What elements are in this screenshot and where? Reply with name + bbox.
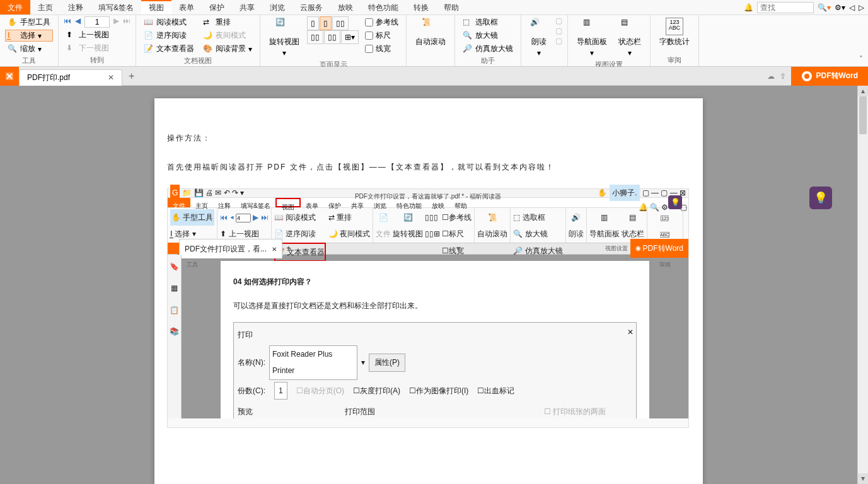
scroll-down-icon[interactable]: ▾ [858, 473, 868, 484]
book-icon: 📖 [144, 18, 154, 28]
layout-cover-icon[interactable]: ▯▯ [324, 30, 340, 44]
reflow-button[interactable]: ⇄重排 [200, 16, 255, 28]
embedded-screenshot: G 📁 💾 🖨 ✉ ↶ ↷ ▾ PDF文件打印设置，看这篇就够了.pdf * -… [167, 188, 689, 428]
document-canvas[interactable]: 操作方法： 首先使用福昕阅读器打开 PDF 文件，点击【视图】——【文本查看器】… [0, 86, 857, 484]
reflow-icon: ⇄ [203, 18, 213, 28]
menu-share[interactable]: 共享 [232, 0, 262, 14]
linewidth-checkbox[interactable]: 线宽 [362, 43, 401, 55]
autoscroll-button[interactable]: 📜自动滚动 [412, 16, 449, 49]
document-tab[interactable]: PDF打印.pdf ✕ [19, 69, 122, 86]
guides-checkbox[interactable]: 参考线 [362, 16, 401, 28]
status-bar-button[interactable]: ▤状态栏▾ [615, 16, 645, 59]
hand-tool-button[interactable]: ✋手型工具 [5, 16, 53, 28]
select-tool-button[interactable]: I̲选择 ▾ [5, 30, 53, 42]
ribbon-group-autoscroll: 📜自动滚动 [407, 15, 455, 66]
nav-panel-icon: ▥ [583, 18, 601, 35]
layout-single-icon[interactable]: ▯ [307, 16, 319, 30]
prev-view-icon: ⬆ [66, 30, 76, 40]
document-page: 操作方法： 首先使用福昕阅读器打开 PDF 文件，点击【视图】——【文本查看器】… [154, 98, 703, 484]
reading-mode-button[interactable]: 📖阅读模式 [141, 16, 197, 28]
collapse-ribbon-icon[interactable]: ˄ [859, 55, 863, 64]
search-input[interactable] [757, 2, 814, 13]
hand-icon: ✋ [8, 18, 18, 28]
menubar: 文件 主页 注释 填写&签名 视图 表单 保护 共享 浏览 云服务 放映 特色功… [0, 0, 868, 15]
gear-icon[interactable]: ⚙▾ [835, 3, 845, 12]
ribbon-group-tools: ✋手型工具 I̲选择 ▾ 🔍缩放 ▾ 工具 [0, 15, 59, 66]
text-icon: 📝 [144, 44, 154, 54]
magnifier-button[interactable]: 🔍放大镜 [460, 30, 516, 42]
wordcount-icon: 123 ABC [666, 18, 683, 35]
document-area: 操作方法： 首先使用福昕阅读器打开 PDF 文件，点击【视图】——【文本查看器】… [0, 86, 868, 484]
menu-protect[interactable]: 保护 [202, 0, 232, 14]
document-tab-label: PDF打印.pdf [27, 72, 70, 83]
menu-browse[interactable]: 浏览 [262, 0, 292, 14]
menu-slideshow[interactable]: 放映 [330, 0, 361, 14]
ruler-checkbox[interactable]: 标尺 [362, 30, 401, 42]
vertical-scrollbar[interactable]: ▴ ▾ [857, 86, 868, 484]
rotate-view-button[interactable]: 🔄旋转视图▾ [265, 16, 303, 59]
menu-help[interactable]: 帮助 [436, 0, 466, 14]
nav-prev-icon[interactable]: ◁ [849, 3, 855, 12]
loupe-icon: 🔎 [463, 44, 473, 54]
ribbon-group-pagedisplay: 🔄旋转视图▾ ▯ ▯ ▯▯ ▯▯ ▯▯ ⊞▾ 参考线 标尺 线宽 页面显示 [260, 15, 407, 66]
emb-hand-small-icon: ✋ [598, 185, 607, 201]
emb-menu-file: 文件 [168, 198, 190, 207]
menu-form[interactable]: 表单 [171, 0, 202, 14]
nav-panel-button[interactable]: ▥导航面板▾ [573, 16, 611, 59]
app-icon [0, 67, 19, 86]
prev-page-icon[interactable]: ◀ [75, 16, 81, 28]
layout-cont-icon[interactable]: ▯ [320, 16, 332, 30]
tip-bulb-icon[interactable]: 💡 [809, 187, 832, 209]
emb-menu-view-highlighted: 视图 [275, 198, 301, 207]
zoom-icon: 🔍 [8, 44, 18, 54]
loupe-button[interactable]: 🔎仿真放大镜 [460, 43, 516, 55]
page-number-input[interactable] [84, 16, 110, 28]
bell-icon[interactable]: 🔔 [744, 3, 753, 12]
read-bg-button[interactable]: 🎨阅读背景 ▾ [200, 43, 255, 55]
bg-icon: 🎨 [203, 44, 213, 54]
wordcount-button[interactable]: 123 ABC 字数统计 [656, 16, 693, 49]
ribbon: ✋手型工具 I̲选择 ▾ 🔍缩放 ▾ 工具 ⏮ ◀ ▶ ⏭ ⬆上一视图 ⬇下一视… [0, 15, 868, 67]
zoom-tool-button[interactable]: 🔍缩放 ▾ [5, 43, 53, 55]
pdf-to-word-button[interactable]: PDF转Word [791, 67, 868, 86]
scroll-up-icon[interactable]: ▴ [858, 86, 868, 96]
read-aloud-button[interactable]: 🔊朗读▾ [526, 16, 552, 59]
next-page-icon[interactable]: ▶ [113, 16, 119, 28]
first-page-icon[interactable]: ⏮ [64, 16, 71, 28]
emb-bookmark-icon: 🔖 [170, 258, 179, 275]
night-mode-button[interactable]: 🌙夜间模式 [200, 30, 255, 42]
reverse-read-button[interactable]: 📄逆序阅读 [141, 30, 197, 42]
next-view-button[interactable]: ⬇下一视图 [64, 42, 130, 54]
group-label-goto: 转到 [64, 54, 130, 66]
read-opt3-icon: ▢ [555, 37, 562, 45]
layout-contfacing-icon[interactable]: ▯▯ [307, 30, 323, 44]
menu-view[interactable]: 视图 [141, 0, 171, 14]
last-page-icon[interactable]: ⏭ [123, 16, 130, 28]
text-viewer-button[interactable]: 📝文本查看器 [141, 43, 197, 55]
new-tab-button[interactable]: + [129, 71, 134, 82]
menu-feature[interactable]: 特色功能 [361, 0, 406, 14]
scroll-thumb[interactable] [859, 96, 867, 134]
layout-facing-icon[interactable]: ▯▯ [332, 16, 349, 30]
group-label-review: 审阅 [656, 54, 693, 66]
prev-view-button[interactable]: ⬆上一视图 [64, 29, 130, 41]
close-tab-icon[interactable]: ✕ [108, 73, 114, 82]
tabbar: PDF打印.pdf ✕ + ☁ ⇪ PDF转Word [0, 67, 868, 86]
menu-cloud[interactable]: 云服务 [292, 0, 330, 14]
menu-file[interactable]: 文件 [0, 0, 30, 14]
search-icon[interactable]: 🔍▾ [818, 3, 831, 12]
page-title: 操作方法： [167, 130, 690, 146]
ribbon-group-viewset: ▥导航面板▾ ▤状态栏▾ 视图设置 [568, 15, 651, 66]
menu-home[interactable]: 主页 [30, 0, 61, 14]
cloud-upload-icon[interactable]: ⇪ [780, 72, 786, 81]
marquee-button[interactable]: ⬚选取框 [460, 16, 516, 28]
ribbon-group-assist: ⬚选取框 🔍放大镜 🔎仿真放大镜 助手 [455, 15, 521, 66]
layout-split-icon[interactable]: ⊞▾ [341, 30, 359, 44]
ribbon-group-read: 🔊朗读▾ ▢ ▢ ▢ [521, 15, 568, 66]
menu-fillsign[interactable]: 填写&签名 [91, 0, 141, 14]
nav-next-icon[interactable]: ▷ [859, 3, 864, 12]
cloud-sync-icon[interactable]: ☁ [767, 72, 775, 81]
group-label-assist: 助手 [460, 55, 516, 67]
menu-comment[interactable]: 注释 [61, 0, 91, 14]
menu-convert[interactable]: 转换 [406, 0, 436, 14]
